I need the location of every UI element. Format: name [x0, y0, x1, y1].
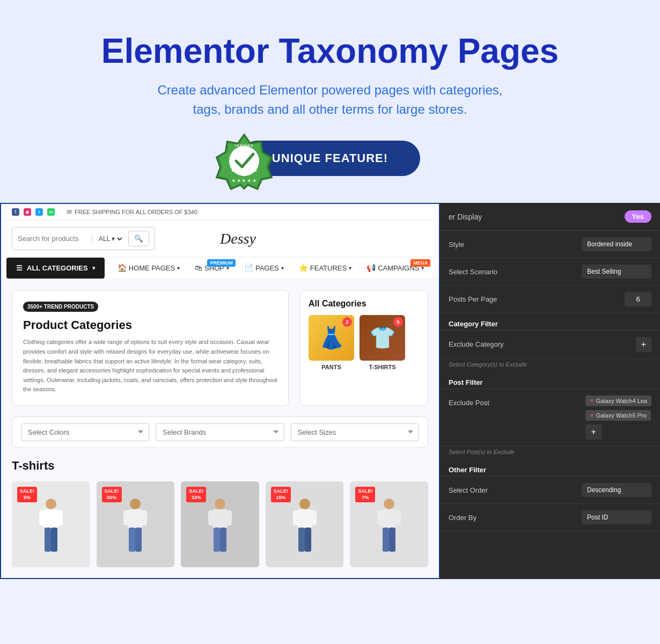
svg-rect-18 — [135, 528, 142, 552]
product-card-3[interactable]: SALE!33% — [181, 481, 259, 567]
exclude-post-row: Exclude Post × Galaxy Watch4 Lea × Galax… — [440, 389, 660, 447]
svg-rect-30 — [305, 528, 311, 552]
exclude-post-tags: × Galaxy Watch4 Lea × Galaxy Watch5 Pro … — [585, 396, 651, 440]
svg-text:VERIFIED: VERIFIED — [234, 144, 254, 147]
exclude-post-hint: Select Post(s) to Exclude — [440, 447, 660, 459]
nav-home-pages[interactable]: 🏠 HOME PAGES ▾ — [110, 257, 187, 279]
nav-all-categories[interactable]: ☰ ALL CATEGORIES ▾ — [6, 258, 105, 279]
pants-image: 👗 2 — [309, 315, 354, 361]
posts-per-page-row: Posts Per Page 6 — [440, 286, 660, 313]
nav-shop[interactable]: 🛍 SHOP ▾ PREMIUM — [187, 257, 237, 279]
yes-toggle-button[interactable]: Yes — [625, 210, 651, 223]
whatsapp-icon[interactable]: w — [47, 208, 55, 216]
store-searchbar: ALL ▾ 🔍 Dessy — [1, 221, 439, 257]
social-icons: f ◉ t w — [12, 208, 55, 216]
category-tshirts[interactable]: 👕 5 T-SHIRTS — [360, 315, 405, 370]
filter-bar: Select Colors Select Brands Select Sizes — [12, 416, 428, 448]
chevron-down-icon: ▾ — [281, 265, 284, 271]
svg-rect-22 — [226, 510, 232, 525]
main-wrapper: f ◉ t w ✉ FREE SHIPPING FOR ALL ORDERS O… — [0, 203, 660, 579]
all-categories-card: All Categories 👗 2 PANTS 👕 — [299, 290, 428, 406]
svg-rect-10 — [57, 510, 63, 525]
order-by-row: Order By Post ID — [440, 504, 660, 531]
brands-filter[interactable]: Select Brands — [156, 423, 284, 441]
svg-text:★ ★ ★ ★ ★: ★ ★ ★ ★ ★ — [232, 179, 257, 182]
order-by-value[interactable]: Post ID — [582, 510, 651, 524]
chevron-down-icon: ▾ — [349, 265, 351, 271]
exclude-post-plus[interactable]: + — [585, 425, 601, 440]
all-categories-title: All Categories — [309, 299, 419, 309]
exclude-post-label: Exclude Post — [449, 396, 489, 407]
shipping-notice: ✉ FREE SHIPPING FOR ALL ORDERS OF $340 — [67, 208, 197, 216]
search-input[interactable] — [18, 235, 87, 243]
hero-subtitle: Create advanced Elementor powered pages … — [142, 80, 518, 119]
svg-rect-24 — [220, 528, 226, 552]
order-by-label: Order By — [449, 510, 476, 522]
svg-rect-27 — [293, 510, 298, 525]
style-row: Style Bordered inside — [440, 231, 660, 258]
svg-rect-16 — [142, 510, 147, 525]
category-pants[interactable]: 👗 2 PANTS — [309, 315, 354, 370]
tshirts-label: T-SHIRTS — [360, 364, 405, 370]
tag-galaxy-watch5[interactable]: × Galaxy Watch5 Pro — [585, 410, 650, 421]
select-order-label: Select Order — [449, 483, 488, 494]
select-order-value[interactable]: Descending — [582, 483, 651, 497]
post-filter-title: Post Filter — [440, 372, 660, 389]
other-filter-title: Other Filter — [440, 459, 660, 477]
trend-badge: 3500+ TREND PRODUCTS — [23, 302, 98, 312]
svg-rect-36 — [389, 528, 395, 552]
exclude-category-label: Exclude Category — [449, 337, 504, 348]
pants-label: PANTS — [309, 364, 354, 370]
product-card-5[interactable]: SALE!7% — [350, 481, 428, 567]
nav-campaigns[interactable]: 📢 CAMPAIGNS ▾ MEGA — [359, 257, 431, 279]
exclude-category-plus[interactable]: + — [636, 337, 651, 352]
svg-rect-21 — [208, 510, 214, 525]
tag-remove-icon[interactable]: × — [590, 397, 593, 405]
nav-pages[interactable]: 📄 PAGES ▾ — [237, 257, 291, 279]
colors-filter[interactable]: Select Colors — [21, 423, 149, 441]
nav-features[interactable]: ⭐ FEATURES ▾ — [291, 257, 359, 279]
twitter-icon[interactable]: t — [35, 208, 43, 216]
svg-rect-8 — [43, 509, 58, 528]
search-button[interactable]: 🔍 — [128, 231, 149, 246]
tag-remove-icon[interactable]: × — [590, 412, 593, 419]
product-categories-card: 3500+ TREND PRODUCTS Product Categories … — [12, 290, 289, 406]
sale-tag-3: SALE!33% — [186, 487, 206, 502]
product-card-1[interactable]: SALE!5% — [12, 481, 90, 567]
svg-rect-15 — [123, 510, 129, 525]
product-card-4[interactable]: SALE!15% — [266, 481, 344, 567]
scenario-row: Select Scenario Best Selling — [440, 258, 660, 286]
search-filter-select[interactable]: ALL ▾ — [92, 235, 124, 243]
svg-point-7 — [46, 499, 56, 509]
store-topbar: f ◉ t w ✉ FREE SHIPPING FOR ALL ORDERS O… — [1, 204, 439, 221]
premium-badge: PREMIUM — [207, 259, 236, 267]
facebook-icon[interactable]: f — [12, 208, 19, 216]
categories-title: Product Categories — [23, 318, 277, 332]
style-select[interactable]: Bordered inside — [582, 237, 651, 251]
chevron-down-icon: ▾ — [177, 265, 180, 271]
store-preview: f ◉ t w ✉ FREE SHIPPING FOR ALL ORDERS O… — [0, 203, 440, 579]
instagram-icon[interactable]: ◉ — [24, 208, 31, 216]
mega-badge: MEGA — [410, 259, 430, 267]
categories-desc: Clothing categories offer a wide range o… — [23, 338, 277, 394]
svg-rect-11 — [45, 528, 51, 552]
content-row-categories: 3500+ TREND PRODUCTS Product Categories … — [12, 290, 428, 406]
store-content: 3500+ TREND PRODUCTS Product Categories … — [1, 279, 439, 578]
svg-rect-12 — [51, 528, 57, 552]
tshirts-image: 👕 5 — [360, 315, 405, 361]
scenario-select[interactable]: Best Selling — [582, 265, 651, 279]
sale-tag-2: SALE!50% — [102, 487, 122, 502]
hero-title: Elementor Taxonomy Pages — [21, 32, 639, 70]
panel-header-title: er Display — [449, 213, 482, 221]
sizes-filter[interactable]: Select Sizes — [291, 423, 419, 441]
category-grid: 👗 2 PANTS 👕 5 T-SHIRTS — [309, 315, 419, 370]
svg-point-13 — [130, 499, 141, 509]
svg-point-31 — [384, 499, 394, 509]
search-group: ALL ▾ 🔍 — [12, 227, 155, 250]
product-card-2[interactable]: SALE!50% — [97, 481, 175, 567]
select-order-row: Select Order Descending — [440, 477, 660, 504]
svg-rect-32 — [382, 509, 397, 528]
tag-galaxy-watch4[interactable]: × Galaxy Watch4 Lea — [585, 396, 651, 406]
store-logo: Dessy — [220, 230, 256, 247]
category-filter-title: Category Filter — [440, 313, 660, 331]
